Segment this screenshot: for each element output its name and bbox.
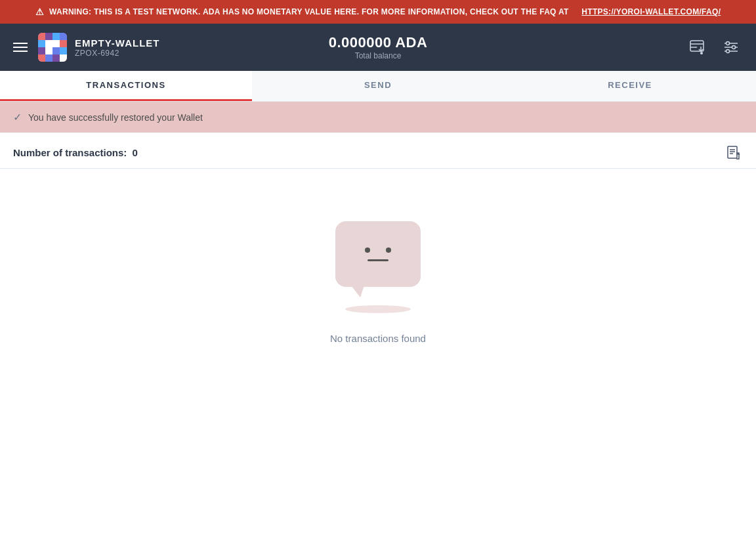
- success-check-icon: ✓: [13, 111, 22, 123]
- warning-link[interactable]: HTTPS://YOROI-WALLET.COM/FAQ/: [581, 7, 721, 16]
- empty-shadow: [345, 305, 411, 313]
- tab-transactions[interactable]: TRANSACTIONS: [0, 71, 252, 101]
- tab-receive[interactable]: RECEIVE: [504, 71, 756, 101]
- bubble-mouth: [368, 259, 388, 261]
- export-button[interactable]: [724, 143, 743, 161]
- header-center: 0.000000 ADA Total balance: [257, 34, 500, 60]
- warning-bar: ⚠ WARNING: THIS IS A TEST NETWORK. ADA H…: [0, 0, 756, 24]
- bubble-eye-right: [386, 247, 391, 253]
- bubble-eye-left: [365, 247, 370, 253]
- warning-icon: ⚠: [35, 7, 44, 17]
- empty-state: No transactions found: [0, 169, 756, 383]
- success-banner: ✓ You have successfully restored your Wa…: [0, 102, 756, 133]
- header-right: [499, 35, 743, 59]
- tab-send[interactable]: SEND: [252, 71, 504, 101]
- bubble-eyes: [365, 247, 391, 253]
- warning-text: WARNING: THIS IS A TEST NETWORK. ADA HAS…: [49, 7, 569, 16]
- wallet-name: EMPTY-WALLET: [75, 37, 160, 49]
- balance-amount: 0.000000 ADA: [329, 34, 428, 51]
- svg-rect-0: [690, 41, 704, 51]
- header: EMPTY-WALLET ZPOX-6942 0.000000 ADA Tota…: [0, 24, 756, 71]
- svg-point-10: [726, 50, 730, 53]
- transactions-count-value: 0: [133, 147, 138, 158]
- svg-point-8: [726, 42, 730, 45]
- svg-rect-11: [728, 146, 737, 158]
- empty-bubble-icon: [335, 221, 421, 287]
- wallet-avatar: [38, 33, 67, 62]
- content-area: Number of transactions: 0: [0, 133, 756, 383]
- wallet-info: EMPTY-WALLET ZPOX-6942: [75, 37, 160, 58]
- success-message: You have successfully restored your Wall…: [28, 112, 203, 123]
- transactions-header: Number of transactions: 0: [0, 133, 756, 169]
- hamburger-menu-icon[interactable]: [13, 43, 28, 52]
- transactions-count: Number of transactions: 0: [13, 147, 138, 158]
- wallet-id: ZPOX-6942: [75, 49, 160, 58]
- request-icon-button[interactable]: [685, 35, 709, 59]
- svg-point-9: [732, 46, 736, 49]
- transactions-count-label: Number of transactions:: [13, 147, 127, 158]
- svg-point-4: [700, 52, 703, 54]
- header-left: EMPTY-WALLET ZPOX-6942: [13, 33, 257, 62]
- balance-label: Total balance: [355, 51, 402, 60]
- empty-transactions-text: No transactions found: [330, 333, 426, 344]
- settings-icon-button[interactable]: [719, 35, 743, 59]
- bubble-face: [365, 247, 391, 261]
- nav-tabs: TRANSACTIONS SEND RECEIVE: [0, 71, 756, 102]
